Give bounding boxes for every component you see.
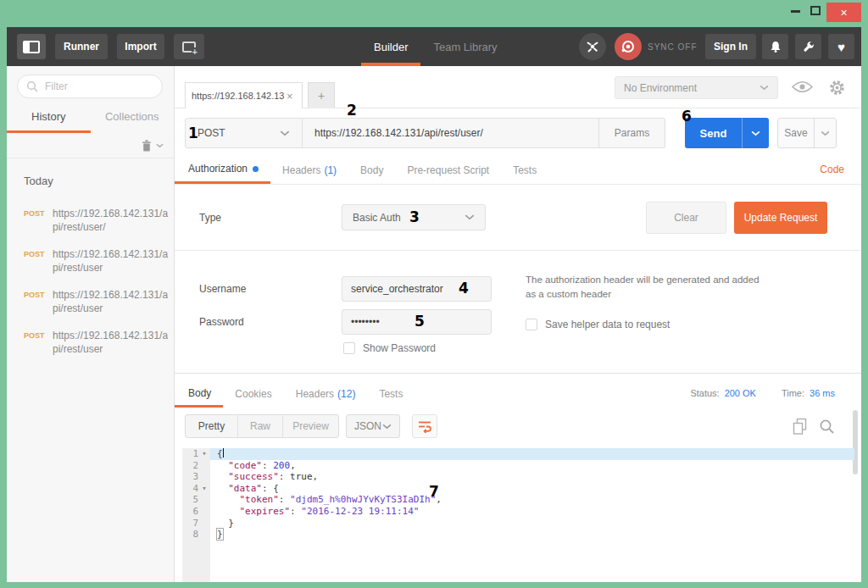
code-link[interactable]: Code <box>820 164 844 175</box>
history-item[interactable]: POST https://192.168.142.131/api/rest/us… <box>7 281 174 322</box>
authorization-panel: Type Basic Auth Clear Update Request Use… <box>175 185 861 373</box>
chevron-down-icon <box>280 130 290 136</box>
history-item[interactable]: POST https://192.168.142.131/api/rest/us… <box>7 322 174 363</box>
sync-status-label: SYNC OFF <box>648 42 698 52</box>
settings-button[interactable] <box>795 34 821 59</box>
maximize-icon[interactable] <box>810 6 821 15</box>
code-line: 6 "expires": "2016-12-23 19:11:14" <box>182 506 854 518</box>
close-tab-icon[interactable]: × <box>287 90 293 103</box>
tab-history[interactable]: History <box>7 108 91 130</box>
clear-button[interactable]: Clear <box>646 202 726 234</box>
method-badge: POST <box>24 247 53 275</box>
chevron-down-icon[interactable] <box>156 143 164 148</box>
sync-icon <box>619 37 637 56</box>
update-request-button[interactable]: Update Request <box>734 202 827 234</box>
tab-authorization[interactable]: Authorization <box>175 156 270 184</box>
code-line: 5 "token": "djdm5_h%0hwJYvKyTS3IaDIh", <box>182 494 854 506</box>
new-window-button[interactable]: + <box>174 34 204 59</box>
sidebar-tabs: History Collections <box>7 108 174 130</box>
history-section-label: Today <box>24 175 53 187</box>
username-label: Username <box>199 283 246 295</box>
tab-cookies[interactable]: Cookies <box>223 380 283 408</box>
tab-response-headers[interactable]: Headers (12) <box>284 380 368 408</box>
request-tab[interactable]: https://192.168.142.13 × <box>185 82 303 108</box>
notifications-button[interactable] <box>762 34 788 59</box>
save-helper-row: Save helper data to request <box>526 319 670 330</box>
sign-in-button[interactable]: Sign In <box>705 34 756 59</box>
environment-settings-button[interactable] <box>827 78 847 101</box>
headers-count: (1) <box>324 164 337 176</box>
interceptor-button[interactable] <box>579 33 606 60</box>
new-tab-button[interactable]: + <box>308 82 335 108</box>
sidebar: History Collections Today POST https://1… <box>7 66 175 582</box>
tab-headers[interactable]: Headers (1) <box>270 156 348 184</box>
username-field[interactable]: service_orchestrator <box>342 276 492 302</box>
view-raw-button[interactable]: Raw <box>238 415 283 437</box>
history-url: https://192.168.142.131/api/rest/user/ <box>53 207 171 234</box>
app-header: Runner Import + Builder Team Library SYN… <box>7 27 861 66</box>
response-body-code: 1▾{2 "code": 200,3 "success": true,4▾ "d… <box>182 448 854 541</box>
search-response-button[interactable] <box>819 419 835 438</box>
view-preview-button[interactable]: Preview <box>283 415 338 437</box>
request-tab-title: https://192.168.142.13 <box>192 91 285 101</box>
heart-icon: ♥ <box>837 40 845 54</box>
tab-collections[interactable]: Collections <box>91 108 175 130</box>
show-password-checkbox[interactable] <box>343 342 355 354</box>
send-options-button[interactable] <box>743 118 769 148</box>
filter-input[interactable] <box>45 80 147 92</box>
tab-body[interactable]: Body <box>348 156 395 184</box>
chevron-down-icon <box>751 130 760 136</box>
tab-builder[interactable]: Builder <box>361 27 420 66</box>
interceptor-icon <box>585 39 600 54</box>
environment-preview-button[interactable] <box>791 80 814 97</box>
runner-button[interactable]: Runner <box>55 34 108 59</box>
copy-icon <box>792 418 808 435</box>
tab-authorization-label: Authorization <box>188 163 248 175</box>
import-button[interactable]: Import <box>117 34 164 59</box>
method-select[interactable]: POST <box>185 118 303 148</box>
minimize-icon[interactable] <box>791 10 800 13</box>
gear-icon <box>827 78 847 97</box>
response-body-editor[interactable]: 1▾{2 "code": 200,3 "success": true,4▾ "d… <box>182 448 854 582</box>
tab-response-body[interactable]: Body <box>175 380 223 408</box>
new-window-icon: + <box>182 42 196 53</box>
password-field[interactable]: •••••••• <box>342 309 492 335</box>
close-window-button[interactable]: × <box>826 3 861 22</box>
status-value: 200 OK <box>725 388 756 398</box>
favorites-button[interactable]: ♥ <box>828 34 854 59</box>
params-button[interactable]: Params <box>599 118 665 148</box>
history-item[interactable]: POST https://192.168.142.131/api/rest/us… <box>7 241 174 281</box>
chevron-down-icon <box>760 85 769 91</box>
view-pretty-button[interactable]: Pretty <box>186 415 238 437</box>
chevron-down-icon <box>465 214 475 220</box>
save-button[interactable]: Save <box>777 118 837 148</box>
code-line: 7 } <box>182 518 854 530</box>
status-label: Status: <box>690 388 719 398</box>
code-line: 2 "code": 200, <box>182 460 854 472</box>
type-label: Type <box>199 212 221 224</box>
auth-type-select[interactable]: Basic Auth <box>342 204 486 230</box>
sync-button[interactable] <box>615 33 642 60</box>
tab-team-library[interactable]: Team Library <box>420 27 509 66</box>
tab-response-tests[interactable]: Tests <box>367 380 415 408</box>
sidebar-toggle-button[interactable] <box>17 34 46 59</box>
url-input[interactable]: https://192.168.142.131/api/rest/user/ <box>303 118 599 148</box>
save-helper-checkbox[interactable] <box>526 319 537 330</box>
save-options-button[interactable] <box>815 119 836 147</box>
code-line: 1▾{ <box>182 448 854 460</box>
method-badge: POST <box>24 207 53 234</box>
wrap-lines-button[interactable] <box>412 414 437 438</box>
method-badge: POST <box>24 288 53 315</box>
search-icon <box>819 419 835 435</box>
environment-select[interactable]: No Environment <box>615 76 778 99</box>
format-select[interactable]: JSON <box>346 414 400 438</box>
content-area: History Collections Today POST https://1… <box>7 66 861 582</box>
tab-prerequest-script[interactable]: Pre-request Script <box>395 156 501 184</box>
history-item[interactable]: POST https://192.168.142.131/api/rest/us… <box>7 200 174 241</box>
copy-response-button[interactable] <box>792 418 808 439</box>
send-button[interactable]: Send <box>685 118 769 148</box>
trash-icon[interactable] <box>141 139 153 153</box>
history-actions-row <box>7 133 174 158</box>
tab-tests[interactable]: Tests <box>501 156 548 184</box>
save-helper-label: Save helper data to request <box>545 319 670 330</box>
